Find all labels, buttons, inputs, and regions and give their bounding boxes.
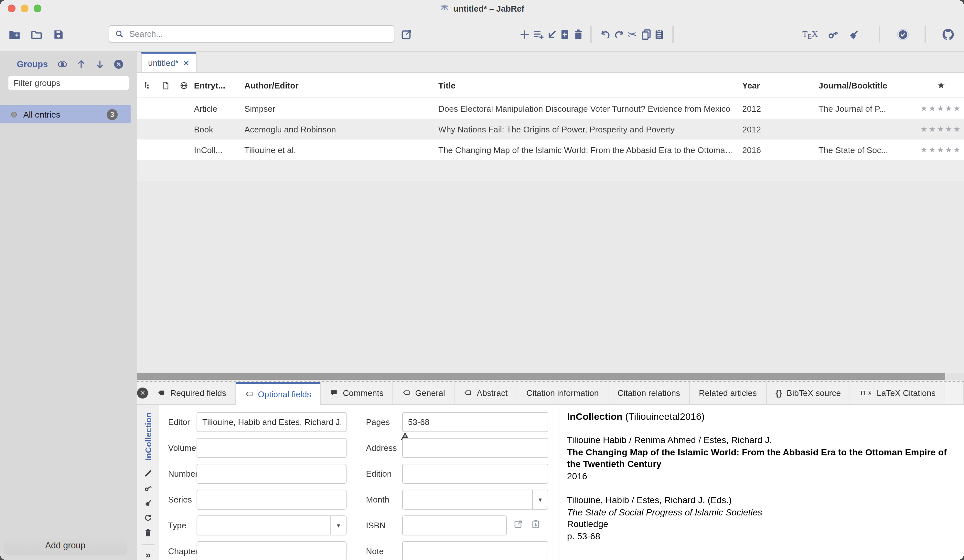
tab-required-fields[interactable]: Required fields: [148, 382, 236, 404]
new-entry-button[interactable]: [518, 28, 531, 41]
month-dropdown-button[interactable]: ▾: [532, 490, 548, 509]
undo-button[interactable]: [599, 28, 612, 41]
toggle-intersection-button[interactable]: [57, 58, 68, 70]
isbn-lookup-button[interactable]: [513, 519, 523, 531]
new-sublibrary-aux-button[interactable]: TEX: [800, 28, 820, 41]
redo-button[interactable]: [612, 28, 625, 41]
tab-citation-information[interactable]: Citation information: [517, 382, 608, 404]
tab-abstract[interactable]: Abstract: [455, 382, 517, 404]
preview-entry-type: InCollection: [567, 411, 623, 422]
entry-editor-body: InCollection » Editor: [137, 405, 964, 560]
rating-stars[interactable]: ★★★★★: [918, 104, 964, 113]
toolbar-separator: [879, 26, 880, 43]
cell-journal: The State of Soc...: [819, 145, 918, 155]
chapter-field[interactable]: [197, 541, 347, 560]
type-dropdown-button[interactable]: ▾: [331, 516, 346, 534]
field-label-number: Number: [168, 469, 197, 478]
sort-down-button[interactable]: [94, 58, 105, 70]
filter-groups-input[interactable]: [8, 78, 129, 88]
pages-field[interactable]: [402, 412, 548, 432]
clear-groups-button[interactable]: [113, 58, 124, 70]
url-column-icon[interactable]: [180, 81, 188, 89]
type-field[interactable]: [197, 515, 347, 535]
horizontal-splitter[interactable]: [137, 373, 964, 382]
file-column-icon[interactable]: [162, 81, 170, 89]
note-field[interactable]: [402, 541, 548, 560]
key-icon: [827, 28, 839, 41]
field-label-editor: Editor: [168, 417, 197, 427]
close-tab-icon[interactable]: ✕: [183, 58, 189, 68]
preview-authors: Tiliouine Habib / Renima Ahmed / Estes, …: [567, 434, 956, 446]
tab-comments[interactable]: Comments: [321, 382, 393, 404]
column-journal-booktitle[interactable]: Journal/Booktitle: [819, 80, 918, 90]
field-label-note: Note: [366, 546, 402, 556]
new-library-button[interactable]: [8, 28, 21, 41]
copy-icon: [640, 28, 652, 41]
isbn-fetch-button[interactable]: [531, 519, 541, 531]
cell-journal: The Journal of P...: [819, 104, 918, 114]
edition-field[interactable]: [402, 463, 548, 484]
tab-latex-citations[interactable]: TEX LaTeX Citations: [850, 382, 945, 404]
field-label-volume: Volume: [168, 443, 197, 453]
column-ranking-star-icon[interactable]: ★: [918, 80, 964, 91]
collapse-panel-button[interactable]: »: [145, 549, 151, 560]
cleanup-entry-button[interactable]: [143, 498, 153, 508]
column-entrytype[interactable]: Entryt...: [194, 80, 244, 90]
series-field[interactable]: [197, 489, 347, 509]
isbn-field[interactable]: [402, 515, 507, 535]
save-library-button[interactable]: [52, 28, 65, 41]
close-entry-editor-button[interactable]: ✕: [137, 382, 148, 404]
open-search-window-button[interactable]: [400, 28, 412, 41]
library-tab-untitled[interactable]: untitled* ✕: [141, 52, 197, 72]
number-field[interactable]: [197, 463, 347, 484]
edit-entry-button[interactable]: [143, 469, 153, 478]
search-input[interactable]: [128, 28, 389, 39]
background-tasks-button[interactable]: [896, 28, 909, 41]
rating-stars[interactable]: ★★★★★: [918, 145, 964, 154]
open-library-button[interactable]: [30, 28, 43, 41]
tab-related-articles[interactable]: Related articles: [690, 382, 767, 404]
table-row[interactable]: Article Simpser Does Electoral Manipulat…: [137, 98, 964, 119]
generate-key-button[interactable]: [143, 484, 153, 493]
sort-up-button[interactable]: [76, 58, 86, 70]
group-label: All entries: [23, 109, 60, 119]
cell-entrytype: Article: [194, 104, 244, 114]
cleanup-entries-button[interactable]: [847, 28, 860, 41]
new-entry-plain-text-button[interactable]: [558, 28, 571, 41]
tab-general[interactable]: General: [393, 382, 455, 404]
delete-entry-button[interactable]: [572, 28, 585, 41]
tab-label: Comments: [343, 388, 384, 398]
refresh-entry-button[interactable]: [143, 513, 153, 523]
cell-year: 2012: [742, 124, 819, 134]
add-group-button[interactable]: Add group: [4, 536, 127, 555]
import-entry-button[interactable]: [545, 28, 558, 41]
group-hierarchy-column-icon[interactable]: [143, 81, 152, 89]
address-field[interactable]: [402, 438, 548, 458]
editor-field[interactable]: [197, 412, 347, 432]
group-all-entries[interactable]: All entries 3: [0, 105, 130, 123]
copy-button[interactable]: [640, 28, 652, 41]
preview-pages: p. 53-68: [567, 530, 956, 542]
table-row[interactable]: InColl... Tiliouine et al. The Changing …: [137, 140, 964, 160]
form-row: Editor Pages: [159, 409, 559, 435]
tab-optional-fields[interactable]: Optional fields: [236, 382, 321, 405]
month-field[interactable]: [402, 489, 548, 509]
folder-icon: [30, 28, 42, 41]
new-entry-from-type-button[interactable]: [532, 28, 545, 41]
citation-preview-panel: InCollection (Tiliouineetal2016) Tilioui…: [559, 405, 964, 560]
tab-bibtex-source[interactable]: {} BibTeX source: [767, 382, 850, 404]
scrollbar-thumb[interactable]: [137, 373, 945, 380]
generate-citation-key-button[interactable]: [826, 28, 839, 41]
rating-stars[interactable]: ★★★★★: [918, 125, 964, 134]
cut-button[interactable]: ✂: [626, 28, 639, 41]
github-button[interactable]: [941, 28, 954, 41]
entry-type-label[interactable]: InCollection: [143, 410, 153, 463]
column-year[interactable]: Year: [742, 80, 819, 90]
paste-button[interactable]: [652, 28, 665, 41]
tab-citation-relations[interactable]: Citation relations: [608, 382, 690, 404]
table-row[interactable]: Book Acemoglu and Robinson Why Nations F…: [137, 119, 964, 140]
column-title[interactable]: Title: [438, 80, 742, 90]
delete-entry-button[interactable]: [143, 528, 153, 537]
column-author-editor[interactable]: Author/Editor: [244, 80, 438, 90]
volume-field[interactable]: [197, 438, 347, 458]
